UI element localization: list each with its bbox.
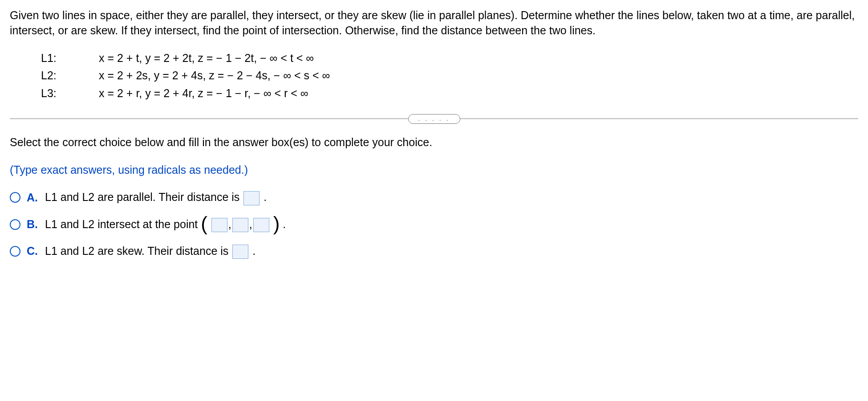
choice-label: A.	[27, 190, 38, 205]
dots-icon: . . . . .	[418, 115, 450, 123]
divider-rule	[10, 119, 408, 119]
radio-C[interactable]	[10, 246, 20, 257]
choice-text: L1 and L2 are parallel. Their distance i…	[45, 190, 267, 205]
choice-text-pre: L1 and L2 are skew. Their distance is	[45, 245, 231, 257]
line-label: L2:	[41, 68, 99, 83]
line-L1: L1: x = 2 + t, y = 2 + 2t, z = − 1 − 2t,…	[41, 51, 858, 66]
close-paren-icon: )	[273, 213, 280, 234]
expand-collapse-button[interactable]: . . . . .	[408, 114, 460, 124]
answer-input-C[interactable]	[232, 245, 248, 259]
radio-A[interactable]	[10, 192, 20, 203]
answer-input-A[interactable]	[243, 191, 260, 205]
problem-statement: Given two lines in space, either they ar…	[10, 8, 858, 38]
choice-label: C.	[27, 244, 38, 259]
choice-B[interactable]: B. L1 and L2 intersect at the point ( ,,…	[10, 217, 858, 232]
line-equation: x = 2 + 2s, y = 2 + 4s, z = − 2 − 4s, − …	[99, 68, 330, 83]
line-label: L1:	[41, 51, 99, 66]
lines-definition: L1: x = 2 + t, y = 2 + 2t, z = − 1 − 2t,…	[10, 51, 858, 101]
divider-rule	[460, 119, 859, 119]
answer-input-B-z[interactable]	[253, 218, 269, 232]
choice-text-pre: L1 and L2 intersect at the point	[45, 218, 201, 230]
choice-A[interactable]: A. L1 and L2 are parallel. Their distanc…	[10, 190, 858, 205]
choice-text-post: .	[283, 218, 286, 230]
choice-text-pre: L1 and L2 are parallel. Their distance i…	[45, 191, 243, 203]
line-L2: L2: x = 2 + 2s, y = 2 + 4s, z = − 2 − 4s…	[41, 68, 858, 83]
line-L3: L3: x = 2 + r, y = 2 + 4r, z = − 1 − r, …	[41, 86, 858, 101]
select-instruction: Select the correct choice below and fill…	[10, 135, 858, 150]
answer-input-B-y[interactable]	[232, 218, 248, 232]
choice-label: B.	[27, 217, 38, 232]
line-equation: x = 2 + t, y = 2 + 2t, z = − 1 − 2t, − ∞…	[99, 51, 314, 66]
radio-B[interactable]	[10, 219, 20, 230]
choice-text: L1 and L2 are skew. Their distance is .	[45, 244, 256, 259]
line-equation: x = 2 + r, y = 2 + 4r, z = − 1 − r, − ∞ …	[99, 86, 308, 101]
section-divider: . . . . .	[10, 110, 858, 128]
choice-text-post: .	[252, 245, 256, 257]
answer-input-B-x[interactable]	[211, 218, 227, 232]
choice-text-post: .	[264, 191, 267, 203]
choice-C[interactable]: C. L1 and L2 are skew. Their distance is…	[10, 244, 858, 259]
choice-text: L1 and L2 intersect at the point ( ,, ) …	[45, 217, 286, 232]
line-label: L3:	[41, 86, 99, 101]
open-paren-icon: (	[201, 213, 207, 234]
format-instruction: (Type exact answers, using radicals as n…	[10, 163, 858, 178]
